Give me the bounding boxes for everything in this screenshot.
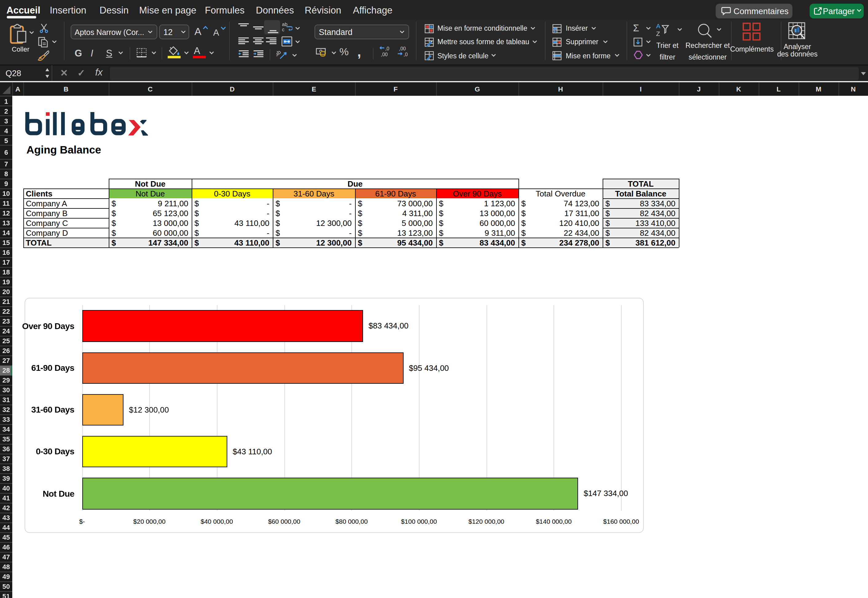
svg-text:ab: ab	[282, 22, 287, 27]
svg-text:ab: ab	[277, 49, 282, 57]
svg-text:,0: ,0	[403, 52, 407, 57]
svg-text:,00: ,00	[380, 52, 387, 57]
svg-text:A: A	[656, 22, 660, 29]
svg-text:,0: ,0	[385, 46, 389, 51]
svg-text:Z: Z	[656, 30, 660, 37]
svg-text:c: c	[282, 27, 284, 32]
svg-text:,00: ,00	[399, 46, 406, 51]
